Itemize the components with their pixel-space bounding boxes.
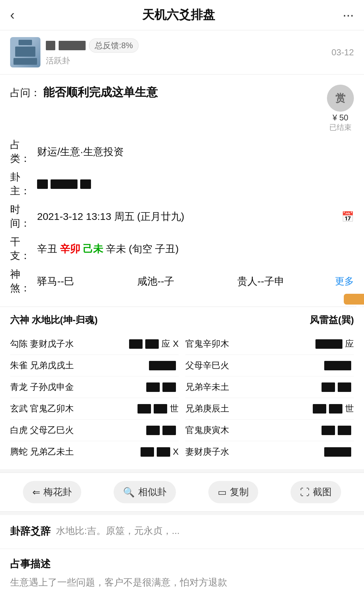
gz1: 辛丑 (37, 242, 57, 256)
copy-button[interactable]: ▭ 复制 (208, 481, 258, 503)
master-blocks (37, 179, 91, 189)
hex-right-row-2: 父母辛巳火 (185, 355, 354, 376)
float-button[interactable]: 我要求测 (344, 294, 364, 305)
meihua-label: 梅花卦 (43, 486, 72, 499)
hex-left-row-2: 朱雀 兄弟戊戌土 (10, 355, 179, 376)
hex-right-blockw-1 (315, 339, 342, 349)
shen1: 驿马--巳 (37, 275, 131, 288)
similar-label: 相似卦 (138, 486, 166, 499)
avatar (10, 37, 40, 67)
question-row: 占问： 能否顺利完成这单生意 赏 ¥ 50 已结束 (10, 85, 354, 133)
screenshot-button[interactable]: ⛶ 截图 (291, 481, 341, 503)
similar-button[interactable]: 🔍 相似卦 (114, 481, 176, 503)
hex-right-text-3: 兄弟辛未土 (185, 381, 319, 393)
reward-status: 已结束 (329, 122, 352, 133)
hex-left-row-3: 青龙 子孙戊申金 (10, 376, 179, 398)
hex-right-row-4: 兄弟庚辰土 世 (185, 398, 354, 420)
hex-right-row-3: 兄弟辛未土 (185, 376, 354, 398)
time-row: 时间： 2021-3-12 13:13 周五 (正月廿九) 📅 (10, 203, 354, 230)
more-link[interactable]: 更多 (335, 275, 354, 288)
hex-right-block2-3 (338, 382, 351, 392)
master-block2 (51, 179, 78, 189)
hex-columns: 勾陈 妻财戊子水 应 X 朱雀 兄弟戊戌土 青龙 子孙戊申金 玄武 官鬼乙卯木 (10, 333, 354, 462)
ganzhi-label: 干支： (10, 235, 37, 263)
hex-left-marker-4: 世 (170, 403, 179, 415)
hex-left-block1-3 (146, 382, 160, 392)
hex-right-text-1: 官鬼辛卯木 (185, 338, 313, 350)
shen-row: 神煞： 驿马--巳 咸池--子 贵人--子申 更多 (10, 267, 354, 295)
main-card: 占问： 能否顺利完成这单生意 赏 ¥ 50 已结束 占类： 财运/生意·生意投资… (0, 75, 364, 307)
hex-left-row-6: 腾蛇 兄弟乙未土 X (10, 441, 179, 462)
hex-left-row-5: 白虎 父母乙巳火 (10, 420, 179, 441)
type-row: 占类： 财运/生意·生意投资 (10, 138, 354, 166)
hex-left-block1-1 (129, 339, 143, 349)
hex-right-row-5: 官鬼庚寅木 (185, 420, 354, 441)
desc-label: 占事描述 (10, 557, 51, 571)
calendar-icon: 📅 (341, 211, 354, 223)
user-left: 总反馈:8% 活跃卦 (10, 37, 139, 67)
shen2: 咸池--子 (137, 275, 232, 288)
hex-left-block2-4 (154, 404, 167, 414)
hex-left-block1-4 (138, 404, 151, 414)
hex-right-marker-1: 应 (345, 338, 354, 350)
hex-left-blockw-2 (149, 361, 176, 370)
copy-label: 复制 (230, 486, 249, 499)
desc-row: 占事描述 (10, 557, 354, 571)
toolbar: ⇐ 梅花卦 🔍 相似卦 ▭ 复制 ⛶ 截图 (0, 473, 364, 512)
hex-right-col: 官鬼辛卯木 应 父母辛巳火 兄弟辛未土 兄弟庚辰土 (185, 333, 354, 462)
hex-right-row-6: 妻财庚子水 (185, 441, 354, 462)
hex-right-block1-3 (322, 382, 335, 392)
guaci-label: 卦辞爻辞 (10, 524, 51, 538)
user-name-row: 总反馈:8% (46, 38, 139, 53)
hex-right-text-5: 官鬼庚寅木 (185, 424, 319, 436)
user-name-block (46, 41, 55, 50)
hex-right-blockw-6 (324, 447, 351, 457)
meihua-button[interactable]: ⇐ 梅花卦 (23, 481, 81, 503)
user-bar: 总反馈:8% 活跃卦 03-12 (0, 30, 364, 75)
reward-label: 赏 (335, 91, 345, 105)
hex-right-text-6: 妻财庚子水 (185, 446, 322, 458)
master-block3 (80, 179, 91, 189)
hex-right-marker-4: 世 (345, 403, 354, 415)
time-label: 时间： (10, 203, 37, 230)
master-label: 卦主： (10, 170, 37, 198)
hex-left-text-2: 朱雀 兄弟戊戌土 (10, 360, 146, 371)
shen-label: 神煞： (10, 267, 37, 295)
hex-left-marker-1: 应 X (161, 338, 179, 350)
user-sub-label: 活跃卦 (46, 55, 139, 66)
master-block1 (37, 179, 48, 189)
hex-right-block1-4 (313, 404, 326, 414)
gz-note: (旬空 子丑) (129, 242, 179, 256)
hex-left-row-4: 玄武 官鬼乙卯木 世 (10, 398, 179, 420)
hexagram-section: 六神 水地比(坤-归魂) 风雷益(巽) 勾陈 妻财戊子水 应 X 朱雀 兄弟戊戌… (0, 307, 364, 469)
hex-left-text-1: 勾陈 妻财戊子水 (10, 338, 126, 350)
hex-left-text-4: 玄武 官鬼乙卯木 (10, 403, 135, 415)
hex-right-text-4: 兄弟庚辰土 (185, 403, 310, 415)
hex-title-right: 风雷益(巽) (310, 314, 354, 326)
reward-box: 赏 ¥ 50 已结束 (327, 85, 354, 133)
ganzhi-row: 干支： 辛丑 辛卯 己未 辛未 (旬空 子丑) (10, 235, 354, 263)
hex-left-block1-5 (146, 426, 160, 435)
hex-left-block2-6 (157, 447, 170, 457)
more-button[interactable]: ··· (343, 7, 354, 23)
hex-right-block2-5 (338, 426, 351, 435)
guaci-row: 卦辞爻辞 水地比:吉。原筮，元永贞，... (10, 524, 354, 538)
hex-left-marker-6: X (173, 447, 179, 457)
hex-right-row-1: 官鬼辛卯木 应 (185, 333, 354, 355)
gz4: 辛未 (106, 242, 126, 256)
shen3: 贵人--子申 (237, 275, 332, 288)
gz3: 己未 (83, 242, 103, 256)
back-button[interactable]: ‹ (10, 7, 14, 23)
meihua-icon: ⇐ (32, 487, 40, 498)
feedback-badge: 总反馈:8% (89, 38, 139, 53)
guaci-section: 卦辞爻辞 水地比:吉。原筮，元永贞，... (0, 515, 364, 548)
hex-left-col: 勾陈 妻财戊子水 应 X 朱雀 兄弟戊戌土 青龙 子孙戊申金 玄武 官鬼乙卯木 (10, 333, 179, 462)
question-label: 占问： (10, 87, 40, 98)
type-label: 占类： (10, 138, 37, 166)
time-value: 2021-3-12 13:13 周五 (正月廿九) (37, 210, 339, 224)
user-info: 总反馈:8% 活跃卦 (46, 38, 139, 66)
ganzhi-values: 辛丑 辛卯 己未 辛未 (旬空 子丑) (37, 242, 179, 256)
copy-icon: ▭ (218, 487, 226, 498)
guaci-content: 水地比:吉。原筮，元永贞，... (56, 524, 180, 537)
screenshot-label: 截图 (313, 486, 332, 499)
